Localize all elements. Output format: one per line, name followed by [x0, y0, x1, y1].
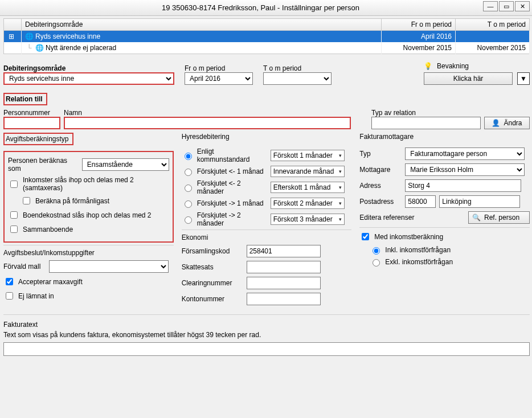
avgbeslut-head: Avgiftsbeslut/Inkomstuppgifter	[3, 249, 174, 257]
relation-head: Relation till	[3, 93, 47, 105]
person-search-icon: 🔍	[472, 214, 481, 222]
hyres-val-0[interactable]: Förskott 1 månader	[271, 150, 345, 161]
refperson-button[interactable]: 🔍 Ref. person	[468, 211, 530, 224]
pnr-input[interactable]	[3, 117, 60, 129]
city-input[interactable]	[439, 195, 520, 208]
radio-exkl[interactable]	[373, 259, 380, 267]
mottagare-head: Fakturamottagare	[359, 133, 530, 141]
indent-icon: └	[25, 44, 33, 52]
chk-boende[interactable]	[10, 211, 18, 219]
from-period-label: Fr o m period	[185, 64, 253, 72]
from-period-select[interactable]: April 2016	[185, 72, 253, 85]
faktura-text-area[interactable]	[3, 342, 530, 356]
bevakning-dropdown[interactable]: ▼	[517, 72, 530, 85]
radio-hyres-1[interactable]	[185, 169, 192, 176]
title-bar: 19 350630-8174 Fredriksson, Paul - Instä…	[0, 0, 532, 16]
mot-select[interactable]: Marie Eriksson Holm	[405, 163, 525, 176]
faktura-hint: Text som visas på kundens faktura, ekono…	[3, 331, 530, 339]
radio-hyres-2[interactable]	[185, 185, 192, 192]
mot-label: Mottagare	[359, 166, 402, 174]
forvald-label: Förvald mall	[3, 263, 46, 271]
radio-inkl[interactable]	[373, 247, 380, 255]
clear-input[interactable]	[247, 277, 321, 289]
faktura-head: Fakturatext	[3, 321, 530, 329]
bevakning-button[interactable]: Klicka här	[424, 72, 513, 85]
chk-inkomst[interactable]	[362, 233, 369, 240]
skatt-input[interactable]	[247, 261, 321, 273]
person-calc-select[interactable]: Ensamstående	[82, 158, 169, 171]
table-row[interactable]: ⊞ 🌐Ryds servicehus inne April 2016	[4, 31, 530, 43]
konto-input[interactable]	[247, 293, 321, 305]
chk-samtax[interactable]	[10, 181, 18, 188]
chk-forman[interactable]	[23, 197, 30, 204]
chk-ejlamnat[interactable]	[6, 292, 13, 300]
radio-hyres-4[interactable]	[185, 216, 192, 224]
editref-label: Editera referenser	[359, 214, 414, 222]
deb-area-label: Debiteringsområde	[3, 64, 174, 72]
window-title: 19 350630-8174 Fredriksson, Paul - Instä…	[162, 3, 359, 12]
globe-icon: 🌐	[35, 44, 43, 52]
close-button[interactable]: ✕	[515, 1, 530, 11]
col-from[interactable]: Fr o m period	[382, 19, 456, 31]
hyres-head: Hyresdebitering	[182, 133, 352, 141]
konto-label: Kontonummer	[182, 295, 243, 303]
col-to[interactable]: T o m period	[456, 19, 530, 31]
chk-accept[interactable]	[6, 278, 13, 285]
namn-label: Namn	[64, 109, 351, 117]
hyres-val-2[interactable]: Efterskott 1 månad	[271, 182, 345, 193]
radio-hyres-0[interactable]	[185, 153, 192, 160]
avg-head: Avgiftsberäkningstyp	[3, 133, 73, 145]
chk-samman[interactable]	[10, 226, 18, 233]
typrel-input[interactable]	[371, 117, 481, 129]
typ-label: Typ	[359, 150, 402, 158]
forsam-input[interactable]	[247, 245, 321, 257]
maximize-button[interactable]: ▭	[499, 1, 514, 11]
clear-label: Clearingnummer	[182, 279, 243, 287]
skatt-label: Skattesats	[182, 263, 243, 271]
person-calc-label: Personen beräknas som	[8, 157, 79, 173]
col-area[interactable]: Debiteringsområde	[22, 19, 382, 31]
globe-icon: 🌐	[25, 32, 33, 40]
radio-hyres-3[interactable]	[185, 200, 192, 208]
expand-plus-icon[interactable]: ⊞	[7, 32, 15, 40]
table-row[interactable]: └🌐Nytt ärende ej placerad November 2015 …	[4, 42, 530, 54]
typrel-label: Typ av relation	[371, 109, 481, 117]
ekonomi-head: Ekonomi	[182, 233, 352, 241]
pnr-label: Personnummer	[3, 109, 60, 117]
bevakning-label: Bevakning	[437, 62, 469, 70]
deb-area-select[interactable]: Ryds servicehus inne	[3, 72, 174, 85]
zip-input[interactable]	[405, 195, 436, 208]
minimize-button[interactable]: —	[483, 1, 498, 11]
to-period-select[interactable]	[263, 72, 332, 85]
bulb-icon: 💡	[424, 62, 432, 70]
person-icon: 👤	[492, 119, 500, 127]
forvald-select[interactable]	[49, 260, 169, 273]
to-period-label: T o m period	[263, 64, 332, 72]
post-label: Postadress	[359, 198, 402, 206]
typ-select[interactable]: Fakturamottagare person	[405, 147, 525, 160]
namn-input[interactable]	[64, 117, 351, 129]
andra-button[interactable]: 👤 Ändra	[484, 117, 530, 129]
area-table[interactable]: Debiteringsområde Fr o m period T o m pe…	[3, 18, 530, 54]
adr-input[interactable]	[405, 179, 521, 192]
hyres-val-3[interactable]: Förskott 2 månader	[271, 198, 345, 209]
hyres-val-4[interactable]: Förskott 3 månader	[271, 214, 345, 225]
forsam-label: Församlingskod	[182, 247, 243, 255]
adr-label: Adress	[359, 182, 402, 190]
hyres-val-1[interactable]: Innevarande månad	[271, 166, 345, 177]
